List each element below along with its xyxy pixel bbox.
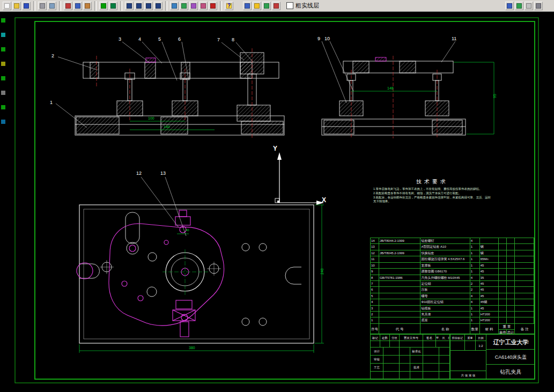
tech-req-line: 1.零件去除毛刺飞边，零件加工表面上，不应有划痕、擦伤等损伤零件表面的缺陷。 [373,187,491,191]
bulb-icon[interactable] [253,2,261,10]
callout-5: 5 [158,36,161,42]
bom-cell-note [515,312,534,317]
bom-header-no: 序号 [371,324,379,335]
palette-icon[interactable] [525,2,533,10]
bom-row: 10支撑板145 [371,263,534,269]
layer-manager-icon[interactable] [505,2,514,10]
paste-icon[interactable] [83,2,92,10]
save-icon[interactable] [22,2,31,10]
titleblock-cell [410,372,423,380]
bom-row: 5螺母445 [371,293,534,299]
bom-cell-w1 [499,269,507,275]
help-icon[interactable]: ? [225,2,233,10]
scale-value: 1:2 [476,341,486,351]
bom-cell-no: 1 [371,317,379,323]
bom-cell-no: 8 [371,275,379,281]
bom-cell-w1 [499,275,507,281]
calculator-icon[interactable] [209,2,217,10]
bom-header-note: 备 注 [515,324,534,335]
dynamic-zoom-icon[interactable] [262,2,271,10]
bom-cell-material: 45 [480,293,499,299]
university-name: 辽宁工业大学 [486,335,535,350]
print-icon[interactable] [38,2,47,10]
bom-cell-no: 2 [371,312,379,317]
zoom-in-icon[interactable] [125,2,134,10]
titleblock-cell [400,364,410,372]
bom-cell-note [515,317,534,323]
title-block-name-area: 辽宁工业大学 CA6140床头盖 钻孔夹具 [486,335,535,380]
toolbar-separator [94,1,97,11]
new-layer-icon[interactable] [515,2,523,10]
title-block-icon[interactable] [189,2,198,10]
drawing-title-line1: CA6140床头盖 [486,350,535,365]
bom-cell-code [379,287,420,293]
plan-view-centerlines [162,249,209,295]
bom-cell-w1 [499,293,507,299]
titleblock-cell: 标准化 [410,347,423,356]
open-file-icon[interactable] [12,2,21,10]
titleblock-cell [400,341,423,347]
redo-icon[interactable] [109,2,117,10]
bom-cell-material: 45 [480,269,499,275]
new-file-icon[interactable] [3,2,11,10]
toolbar-separator [120,1,122,11]
zoom-window-icon[interactable] [144,2,153,10]
toolbar-separator [33,1,35,11]
bom-cell-name: 支撑板 [420,263,470,269]
titleblock-cell [439,372,450,380]
cut-icon[interactable] [64,2,72,10]
bom-cell-note [515,263,534,269]
edge-marker [1,47,5,51]
spec-table-icon[interactable] [170,2,179,10]
bom-row: 14JB/T8044.2-1999钻套螺钉4 [371,238,534,244]
bom-cell-code [379,299,420,305]
bom-row: 11圆柱螺旋压缩弹簧 4.5X25X7.6165Mn [371,256,534,262]
plan-view-workpiece-outline[interactable] [77,210,224,337]
bom-cell-name: 定位销 [420,281,470,287]
pick-arrow-icon[interactable] [243,2,252,10]
bom-cell-qty: 1 [470,312,480,317]
bom-cell-w1 [499,250,507,256]
side-view[interactable] [322,57,466,135]
settings-icon[interactable] [534,2,543,10]
bom-header-code: 代 号 [379,324,420,335]
plan-view[interactable] [79,205,314,343]
bom-table-icon[interactable] [180,2,188,10]
bom-cell-w2 [507,317,515,323]
bom-cell-qty: 1 [470,269,480,275]
layer-selector[interactable]: 粗实线层 [286,2,319,10]
bom-table: 14JB/T8044.2-1999钻套螺钉413A型固定钻套 A101钢12JB… [370,238,535,334]
titleblock-cell [383,364,400,372]
dim-front-140: 140 [164,125,170,129]
insert-image-icon[interactable] [199,2,208,10]
bom-cell-name: 钻模板 [420,306,470,312]
zoom-all-icon[interactable] [154,2,162,10]
zoom-out-icon[interactable] [135,2,143,10]
print-preview-icon[interactable] [48,2,56,10]
titleblock-cell: 批准 [410,364,423,372]
bom-cell-code [379,317,420,323]
bom-cell-note [515,287,534,293]
bom-cell-name: 六角头外螺纹螺栓 M10X45 [420,275,470,281]
bom-row: 6压板245 [371,287,534,293]
title-block-scale-area: 阶段标记 重量 比例 1:2 共 张 第 张 [450,335,486,380]
bom-cell-name: 钻套螺钉 [420,238,470,244]
toolbar-main-icons: ? [2,1,234,11]
bom-cell-w1 [499,312,507,317]
front-view[interactable] [75,53,284,135]
bom-cell-name: 圆柱螺旋压缩弹簧 4.5X25X7.6 [420,256,470,262]
edge-marker [1,120,5,124]
titleblock-cell: 签名 [423,335,436,341]
bom-cell-qty: 1 [470,256,480,262]
layer-color-icon[interactable] [272,2,280,10]
bom-cell-w1 [499,281,507,287]
copy-icon[interactable] [73,2,82,10]
dim-side-148: 148 [387,86,394,90]
bom-cell-code: GB/T5781-1986 [379,275,420,281]
undo-icon[interactable] [99,2,108,10]
bom-row: 1底座1HT200 [371,317,534,323]
edge-marker [1,18,5,23]
bom-cell-note [515,256,534,262]
bom-cell-name: 螺母 [420,293,470,299]
bom-cell-material: HT200 [480,312,499,317]
